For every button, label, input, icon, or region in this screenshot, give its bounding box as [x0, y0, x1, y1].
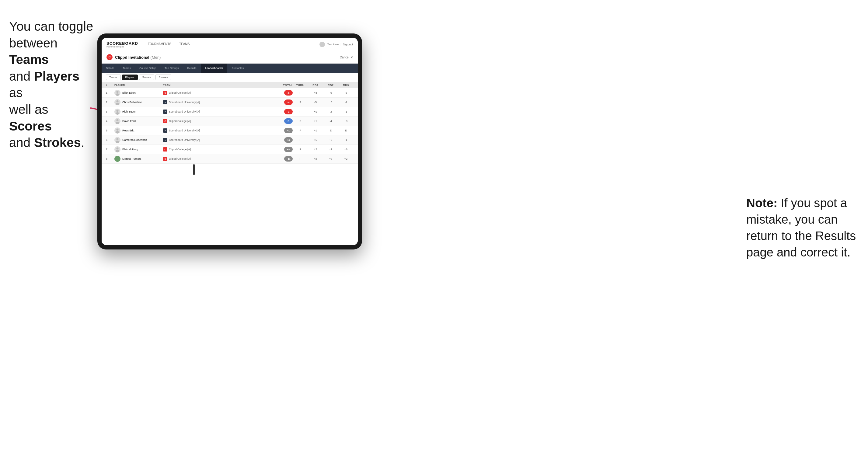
svg-point-5 — [117, 100, 119, 102]
team-icon: C — [163, 147, 167, 152]
avatar-icon — [114, 146, 121, 152]
player-cell: Marcus Turners — [114, 156, 163, 162]
table-row: 7 Blair McHarg C Clippd College [A] +8 F… — [102, 145, 358, 154]
rd1-cell: +5 — [308, 138, 323, 142]
team-name: Clippd College [A] — [169, 120, 191, 123]
total-cell: -4 — [271, 99, 293, 105]
cancel-button[interactable]: Cancel ✕ — [340, 56, 353, 59]
rd3-cell: -1 — [338, 138, 353, 142]
table-row: 8 Marcus Turners C Clippd College [A] +1… — [102, 154, 358, 164]
rd1-cell: +1 — [308, 110, 323, 113]
thru-cell: F — [293, 129, 308, 132]
tab-printables[interactable]: Printables — [227, 64, 248, 73]
sub-tab-scores[interactable]: Scores — [139, 74, 154, 80]
player-avatar — [114, 127, 121, 133]
sub-tab-players[interactable]: Players — [122, 74, 138, 80]
col-rank: # — [106, 84, 114, 87]
team-icon: C — [163, 91, 167, 95]
player-cell: Rees Britt — [114, 127, 163, 133]
svg-point-14 — [117, 129, 119, 131]
rd2-cell: -2 — [323, 110, 338, 113]
table-row: 4 David Ford C Clippd College [A] E F +1… — [102, 117, 358, 126]
score-badge: -8 — [284, 90, 293, 96]
tablet-screen: SCOREBOARD Powered by clippd TOURNAMENTS… — [102, 38, 358, 245]
nav-tournaments[interactable]: TOURNAMENTS — [144, 40, 175, 48]
tablet-side-button — [193, 164, 195, 175]
rd2-cell: +5 — [323, 101, 338, 104]
rd3-cell: -4 — [338, 101, 353, 104]
table-row: 3 Rich Butler ≡ Scoreboard University [A… — [102, 107, 358, 117]
thru-cell: F — [293, 120, 308, 123]
col-player: PLAYER — [114, 84, 163, 87]
sub-tab-strokes[interactable]: Strokes — [155, 74, 172, 80]
svg-point-3 — [116, 93, 119, 96]
nav-teams[interactable]: TEAMS — [176, 40, 193, 48]
svg-point-12 — [116, 122, 119, 124]
team-icon: ≡ — [163, 128, 167, 133]
rd3-cell: +6 — [338, 148, 353, 151]
main-tabs-row: Details Teams Course Setup Tee Groups Re… — [102, 64, 358, 73]
table-header: # PLAYER TEAM TOTAL THRU RD1 RD2 RD3 — [102, 82, 358, 88]
user-avatar — [319, 42, 325, 47]
player-avatar — [114, 137, 121, 143]
svg-point-8 — [117, 110, 119, 112]
player-avatar — [114, 90, 121, 96]
logo-main-text: SCOREBOARD — [106, 41, 138, 45]
table-row: 1 Elliot Ebert C Clippd College [A] -8 F… — [102, 88, 358, 98]
tab-tee-groups[interactable]: Tee Groups — [160, 64, 183, 73]
rank-cell: 1 — [106, 91, 114, 94]
player-cell: Elliot Ebert — [114, 90, 163, 96]
team-cell: C Clippd College [A] — [163, 147, 271, 152]
rd2-cell: +1 — [323, 148, 338, 151]
score-badge: E — [284, 118, 293, 124]
avatar-icon — [114, 156, 121, 162]
player-name: Cameron Robertson — [122, 138, 147, 142]
total-cell: +1 — [271, 128, 293, 133]
score-badge: +8 — [284, 147, 293, 152]
team-icon: ≡ — [163, 100, 167, 104]
strokes-bold: Strokes — [34, 135, 81, 150]
player-name: Blair McHarg — [122, 148, 138, 151]
rank-cell: 8 — [106, 157, 114, 160]
tab-leaderboards[interactable]: Leaderboards — [201, 64, 227, 73]
rd3-cell: E — [338, 129, 353, 132]
svg-point-11 — [117, 119, 119, 121]
thru-cell: F — [293, 148, 308, 151]
tab-teams[interactable]: Teams — [119, 64, 135, 73]
player-name: Rees Britt — [122, 129, 134, 132]
player-name: Chris Robertson — [122, 101, 142, 104]
sign-out-link[interactable]: Sign out — [343, 43, 353, 46]
rd2-cell: -6 — [323, 91, 338, 94]
col-rd1: RD1 — [308, 84, 323, 87]
total-cell: +6 — [271, 137, 293, 143]
team-name: Clippd College [A] — [169, 91, 191, 94]
player-name: Rich Butler — [122, 110, 136, 113]
tablet-frame: SCOREBOARD Powered by clippd TOURNAMENTS… — [97, 33, 362, 249]
thru-cell: F — [293, 157, 308, 160]
leaderboard-table: # PLAYER TEAM TOTAL THRU RD1 RD2 RD3 1 E… — [102, 82, 358, 245]
tab-course-setup[interactable]: Course Setup — [135, 64, 160, 73]
total-cell: +8 — [271, 147, 293, 152]
team-cell: ≡ Scoreboard University [A] — [163, 110, 271, 114]
team-cell: ≡ Scoreboard University [A] — [163, 138, 271, 142]
tab-details[interactable]: Details — [102, 64, 119, 73]
rd2-cell: +7 — [323, 157, 338, 160]
svg-point-22 — [114, 156, 121, 162]
player-avatar — [114, 156, 121, 162]
svg-point-17 — [117, 138, 119, 140]
player-avatar — [114, 118, 121, 124]
team-cell: C Clippd College [A] — [163, 157, 271, 161]
team-name: Scoreboard University [A] — [169, 129, 200, 132]
scores-bold: Scores — [9, 119, 52, 133]
score-badge: +1 — [284, 128, 293, 133]
sub-tab-teams[interactable]: Teams — [106, 74, 121, 80]
rd1-cell: +1 — [308, 120, 323, 123]
player-name: Elliot Ebert — [122, 91, 136, 94]
svg-point-20 — [117, 148, 119, 150]
team-cell: C Clippd College [A] — [163, 91, 271, 95]
rd1-cell: -5 — [308, 101, 323, 104]
tab-results[interactable]: Results — [183, 64, 201, 73]
team-name: Scoreboard University [A] — [169, 110, 200, 113]
svg-point-15 — [116, 131, 119, 133]
rank-cell: 7 — [106, 148, 114, 151]
